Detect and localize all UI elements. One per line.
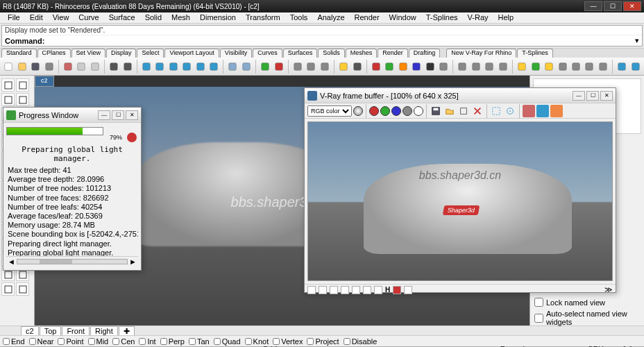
menu-help[interactable]: Help	[493, 12, 519, 23]
close-button[interactable]: ✕	[623, 1, 641, 11]
vfb-tool-4-icon[interactable]	[341, 286, 349, 294]
osnap-near-checkbox[interactable]	[29, 338, 36, 345]
vfb-tool-2-icon[interactable]	[319, 286, 327, 294]
tab-meshes[interactable]: Meshes	[346, 49, 378, 58]
autoselect-check[interactable]: Auto-select named view widgets	[530, 308, 644, 328]
menu-dimension[interactable]: Dimension	[195, 12, 241, 23]
command-input[interactable]	[47, 37, 635, 44]
tab-select[interactable]: Select	[137, 49, 164, 58]
tab-set-view[interactable]: Set View	[71, 49, 105, 58]
vfb-titlebar[interactable]: V-Ray frame buffer - [100% of 640 x 325]…	[305, 88, 616, 103]
vfb-correction-b-icon[interactable]	[536, 105, 549, 117]
line-icon[interactable]	[1, 93, 15, 106]
vfb-expand-icon[interactable]: ≫	[604, 285, 613, 294]
vfb-correction-a-icon[interactable]	[523, 105, 535, 117]
array-icon[interactable]	[1, 282, 15, 296]
menu-tsplines[interactable]: T-Splines	[421, 12, 463, 23]
rotate-icon[interactable]	[154, 60, 165, 74]
vfb-tool-9-icon[interactable]	[404, 286, 412, 294]
vfb-mono-channel-icon[interactable]	[414, 106, 423, 116]
vfb-tool-5-icon[interactable]	[352, 286, 360, 294]
progress-titlebar[interactable]: Progress Window — ☐ ✕	[3, 108, 141, 123]
print-icon[interactable]	[43, 60, 54, 74]
tab-viewport-layout[interactable]: Viewport Layout	[164, 49, 219, 58]
vfb-green-channel-icon[interactable]	[380, 106, 390, 116]
osnap-cen-checkbox[interactable]	[112, 338, 119, 345]
menu-curve[interactable]: Curve	[74, 12, 103, 23]
menu-view[interactable]: View	[48, 12, 74, 23]
vfb-delete-icon[interactable]	[471, 105, 484, 117]
polyline-icon[interactable]	[16, 93, 29, 106]
osnap-vertex-checkbox[interactable]	[273, 338, 280, 345]
vfb-tool-7-icon[interactable]	[374, 286, 382, 294]
menu-surface[interactable]: Surface	[104, 12, 140, 23]
menu-file[interactable]: File	[3, 12, 25, 23]
minimize-button[interactable]: —	[584, 1, 602, 11]
progress-stop-button[interactable]	[127, 133, 137, 142]
vfb-load-icon[interactable]	[443, 105, 456, 117]
viewtab-add-icon[interactable]: ✚	[119, 326, 135, 335]
osnap-quad-checkbox[interactable]	[214, 338, 221, 345]
menu-transform[interactable]: Transform	[241, 12, 285, 23]
vray-mat-icon[interactable]	[557, 60, 568, 74]
tab-visibility[interactable]: Visibility	[220, 49, 252, 58]
vray-sun-icon[interactable]	[543, 60, 554, 74]
tab-drafting[interactable]: Drafting	[409, 49, 441, 58]
autoselect-checkbox[interactable]	[534, 314, 543, 323]
undo-icon[interactable]	[108, 60, 119, 74]
progress-maximize-button[interactable]: ☐	[112, 110, 124, 120]
vfb-tool-1-icon[interactable]	[307, 286, 316, 294]
tab-display[interactable]: Display	[106, 49, 137, 58]
shade-icon[interactable]	[292, 60, 303, 74]
osnap-perp-checkbox[interactable]	[160, 338, 167, 345]
cut-icon[interactable]	[62, 60, 74, 74]
vray-m-icon[interactable]	[516, 60, 527, 74]
lock-icon[interactable]	[351, 60, 362, 74]
grid-icon[interactable]	[471, 60, 482, 74]
menu-analyze[interactable]: Analyze	[312, 12, 349, 23]
vray-cam-icon[interactable]	[584, 60, 595, 74]
ghosted-icon[interactable]	[319, 60, 330, 74]
sphere-blue-icon[interactable]	[411, 60, 422, 74]
vfb-region-icon[interactable]	[490, 105, 502, 117]
tab-solids[interactable]: Solids	[318, 49, 345, 58]
tab-newvrayforrhino[interactable]: New V-Ray For Rhino	[446, 49, 516, 58]
vfb-track-icon[interactable]	[504, 105, 516, 117]
vfb-tool-stop-icon[interactable]	[393, 286, 401, 294]
settings-icon[interactable]	[457, 60, 468, 74]
lasso-select-icon[interactable]	[16, 78, 29, 92]
vfb-alpha-channel-icon[interactable]	[402, 106, 412, 116]
sphere-red-icon[interactable]	[371, 60, 382, 74]
menu-mesh[interactable]: Mesh	[167, 12, 195, 23]
paste-icon[interactable]	[90, 60, 101, 74]
osnap-disable[interactable]: Disable	[344, 337, 378, 346]
osnap-tan-checkbox[interactable]	[189, 338, 196, 345]
tab-standard[interactable]: Standard	[1, 49, 37, 58]
vfb-minimize-button[interactable]: —	[573, 91, 585, 101]
menu-window[interactable]: Window	[384, 12, 421, 23]
osnap-project-checkbox[interactable]	[307, 338, 314, 345]
zoom-icon[interactable]	[168, 60, 179, 74]
menu-render[interactable]: Render	[350, 12, 384, 23]
menu-edit[interactable]: Edit	[25, 12, 48, 23]
tspline-1-icon[interactable]	[616, 60, 627, 74]
tspline-2-icon[interactable]	[629, 60, 641, 74]
command-dropdown-icon[interactable]: ▾	[635, 36, 639, 45]
sphere-rainbow-icon[interactable]	[398, 60, 409, 74]
redo-icon[interactable]	[121, 60, 133, 74]
tab-render[interactable]: Render	[378, 49, 408, 58]
viewtab-right[interactable]: Right	[90, 326, 118, 335]
car-icon[interactable]	[273, 60, 284, 74]
menu-solid[interactable]: Solid	[140, 12, 167, 23]
sphere-gray-icon[interactable]	[438, 60, 449, 74]
align-icon[interactable]	[16, 282, 29, 296]
zoom-window-icon[interactable]	[194, 60, 205, 74]
pan-icon[interactable]	[141, 60, 152, 74]
osnap-perp[interactable]: Perp	[160, 337, 185, 346]
options-icon[interactable]	[498, 60, 509, 74]
vfb-clear-icon[interactable]	[457, 105, 470, 117]
sphere-green-icon[interactable]	[384, 60, 395, 74]
vfb-tool-6-icon[interactable]	[363, 286, 371, 294]
layers-icon[interactable]	[484, 60, 495, 74]
tab-curves[interactable]: Curves	[253, 49, 282, 58]
